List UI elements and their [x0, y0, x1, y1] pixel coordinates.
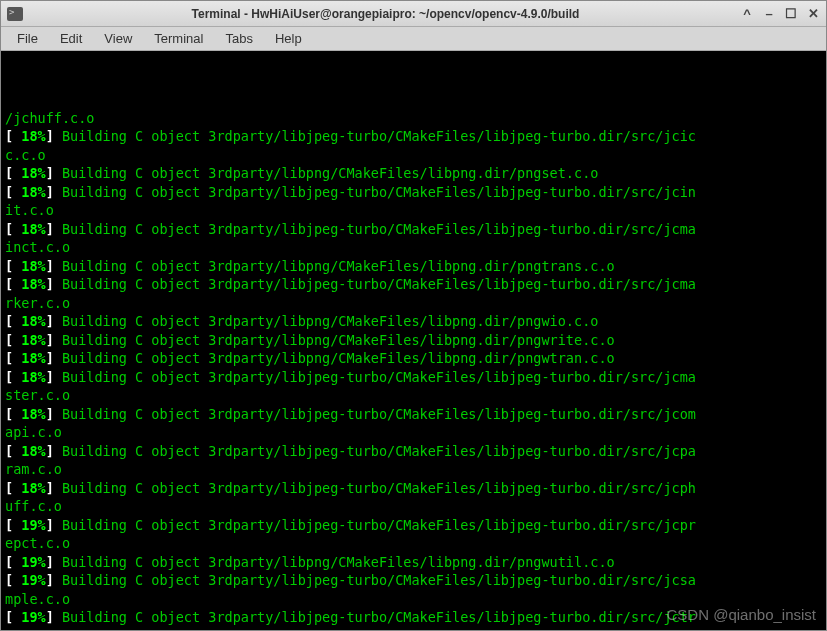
terminal-line: [ 18%] Building C object 3rdparty/libpng…: [5, 164, 822, 183]
terminal-line: it.c.o: [5, 201, 822, 220]
terminal-line: [ 18%] Building C object 3rdparty/libpng…: [5, 331, 822, 350]
titlebar[interactable]: Terminal - HwHiAiUser@orangepiaipro: ~/o…: [1, 1, 826, 27]
terminal-line: [ 18%] Building C object 3rdparty/libjpe…: [5, 442, 822, 461]
terminal-line: /jchuff.c.o: [5, 109, 822, 128]
terminal-line: [ 19%] Building C object 3rdparty/libpng…: [5, 553, 822, 572]
terminal-line: c.c.o: [5, 146, 822, 165]
terminal-line: [ 18%] Building C object 3rdparty/libpng…: [5, 349, 822, 368]
minimize-button[interactable]: –: [762, 7, 776, 21]
terminal-line: api.c.o: [5, 423, 822, 442]
terminal-line: inct.c.o: [5, 238, 822, 257]
terminal-line: [ 18%] Building C object 3rdparty/libjpe…: [5, 220, 822, 239]
terminal-line: [ 18%] Building C object 3rdparty/libjpe…: [5, 479, 822, 498]
terminal-line: [ 18%] Building C object 3rdparty/libjpe…: [5, 127, 822, 146]
menu-view[interactable]: View: [94, 28, 142, 49]
terminal-line: ster.c.o: [5, 386, 822, 405]
terminal-line: [ 18%] Building C object 3rdparty/libjpe…: [5, 183, 822, 202]
menu-terminal[interactable]: Terminal: [144, 28, 213, 49]
terminal-line: [ 18%] Building C object 3rdparty/libpng…: [5, 257, 822, 276]
terminal-line: [ 19%] Building C object 3rdparty/libjpe…: [5, 516, 822, 535]
close-button[interactable]: ✕: [806, 7, 820, 21]
menu-edit[interactable]: Edit: [50, 28, 92, 49]
terminal-line: [ 19%] Building C object 3rdparty/libjpe…: [5, 608, 822, 627]
terminal-line: rker.c.o: [5, 294, 822, 313]
terminal-line: [ 18%] Building C object 3rdparty/libjpe…: [5, 275, 822, 294]
menubar: File Edit View Terminal Tabs Help: [1, 27, 826, 51]
terminal-line: [ 18%] Building C object 3rdparty/libpng…: [5, 312, 822, 331]
terminal-line: mple.c.o: [5, 590, 822, 609]
window-controls: ^ – ☐ ✕: [740, 7, 820, 21]
terminal-line: ram.c.o: [5, 460, 822, 479]
terminal-line: [ 18%] Building C object 3rdparty/libjpe…: [5, 405, 822, 424]
maximize-button[interactable]: ☐: [784, 7, 798, 21]
terminal-output[interactable]: CSDN @qianbo_insist /jchuff.c.o[ 18%] Bu…: [1, 51, 826, 630]
terminal-line: epct.c.o: [5, 534, 822, 553]
terminal-line: [ 18%] Building C object 3rdparty/libjpe…: [5, 368, 822, 387]
terminal-line: ans.c.o: [5, 627, 822, 631]
terminal-line: [ 19%] Building C object 3rdparty/libjpe…: [5, 571, 822, 590]
menu-tabs[interactable]: Tabs: [215, 28, 262, 49]
terminal-line: uff.c.o: [5, 497, 822, 516]
terminal-app-icon: [7, 7, 23, 21]
menu-help[interactable]: Help: [265, 28, 312, 49]
rollup-button[interactable]: ^: [740, 7, 754, 21]
menu-file[interactable]: File: [7, 28, 48, 49]
window-title: Terminal - HwHiAiUser@orangepiaipro: ~/o…: [31, 7, 740, 21]
terminal-window: Terminal - HwHiAiUser@orangepiaipro: ~/o…: [0, 0, 827, 631]
